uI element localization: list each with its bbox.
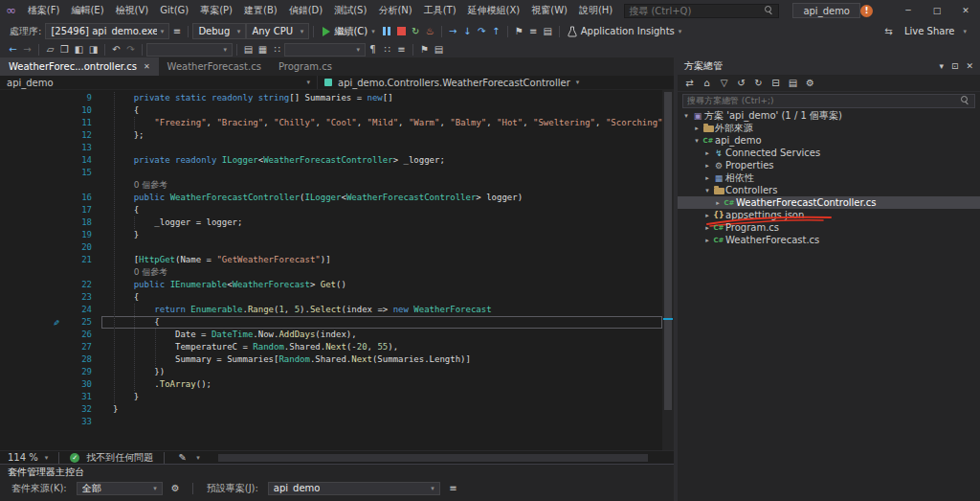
undo-icon[interactable]: ↶ xyxy=(109,42,123,57)
code-line[interactable]: 30 .ToArray(); xyxy=(0,378,662,391)
save-all-icon[interactable]: ◨ xyxy=(86,42,100,57)
quick-search-box[interactable] xyxy=(624,4,779,18)
solution-badge[interactable]: api_demo xyxy=(792,3,860,18)
chevron-right-icon[interactable]: ▸ xyxy=(692,125,702,132)
chevron-right-icon[interactable]: ▸ xyxy=(702,237,712,244)
solution-search-box[interactable] xyxy=(682,94,975,108)
menu-item[interactable]: 檔案(F) xyxy=(22,0,66,21)
home-icon[interactable]: ⌂ xyxy=(700,76,714,90)
chevron-right-icon[interactable]: ▸ xyxy=(702,174,712,182)
tree-item[interactable]: ▸C#WeatherForecastController.cs xyxy=(678,196,980,209)
show-next-statement-icon[interactable]: → xyxy=(446,24,460,38)
navigate-forward-icon[interactable]: → xyxy=(20,42,34,57)
minimize-button[interactable]: ─ xyxy=(894,0,923,21)
close-button[interactable]: ✕ xyxy=(951,0,980,21)
code-line[interactable]: 32} xyxy=(0,403,662,416)
filter-icon[interactable]: ▽ xyxy=(717,76,731,90)
toggle-bookmark-icon[interactable]: ⚑ xyxy=(417,42,432,57)
menu-item[interactable]: 分析(N) xyxy=(372,0,417,21)
tree-item[interactable]: ▸C#Program.cs xyxy=(678,221,980,234)
menu-item[interactable]: Git(G) xyxy=(154,0,194,21)
call-stack-icon[interactable]: ≡ xyxy=(526,24,541,38)
menu-item[interactable]: 編輯(E) xyxy=(65,0,109,21)
code-line[interactable]: 14 private readonly ILogger<WeatherForec… xyxy=(0,154,662,167)
navbar-project-combo[interactable]: api_demo ▾ xyxy=(0,76,318,89)
menu-item[interactable]: 專案(P) xyxy=(194,0,238,21)
code-line[interactable]: 17 { xyxy=(0,204,662,216)
codelens-row[interactable]: 0 個參考 xyxy=(0,266,662,279)
menu-item[interactable]: 測試(S) xyxy=(328,0,372,21)
code-line[interactable]: 22 public IEnumerable<WeatherForecast> G… xyxy=(0,279,662,291)
line-numbers-icon[interactable]: ≡ xyxy=(394,42,409,57)
sync-with-active-document-icon[interactable]: ↺ xyxy=(734,76,748,90)
find-in-files-icon[interactable]: ▤ xyxy=(241,42,256,57)
chevron-down-icon[interactable]: ▾ xyxy=(702,187,712,194)
window-position-icon[interactable]: ▾ xyxy=(939,61,944,71)
document-tab[interactable]: WeatherForec...ontroller.cs✕ xyxy=(0,57,159,76)
code-line[interactable]: 15 xyxy=(0,167,662,179)
menu-item[interactable]: 偵錯(D) xyxy=(283,0,329,21)
new-item-icon[interactable]: ▱ xyxy=(43,42,57,57)
toolbar-combo[interactable]: ▾ xyxy=(146,43,233,57)
chevron-down-icon[interactable]: ▾ xyxy=(681,112,691,120)
live-share-icon[interactable]: ⇆ xyxy=(881,24,896,38)
save-icon[interactable]: ◧ xyxy=(72,42,86,57)
app-insights-label[interactable]: Application Insights xyxy=(581,26,675,36)
tree-item[interactable]: ▸{}appsettings.json xyxy=(678,209,980,221)
pin-icon[interactable]: ⊡ xyxy=(951,61,959,71)
code-line[interactable]: 9 private static readonly string[] Summa… xyxy=(0,92,662,104)
tree-item[interactable]: ▸▦相依性 xyxy=(678,171,980,184)
document-tab[interactable]: WeatherForecast.cs xyxy=(159,57,270,76)
code-line[interactable]: 13 xyxy=(0,142,662,154)
toolbar-combo-secondary[interactable]: ▾ xyxy=(284,43,366,57)
live-share-label[interactable]: Live Share xyxy=(904,26,954,36)
hot-reload-icon[interactable]: ♨ xyxy=(423,24,437,38)
break-all-icon[interactable] xyxy=(380,24,394,38)
menu-item[interactable]: 說明(H) xyxy=(573,0,618,21)
package-source-settings-icon[interactable]: ⚙ xyxy=(168,481,183,495)
chevron-right-icon[interactable]: ▸ xyxy=(702,149,712,157)
codelens-references[interactable]: 0 個參考 xyxy=(134,267,168,277)
step-into-icon[interactable]: ↓ xyxy=(460,24,475,38)
menu-item[interactable]: 檢視(V) xyxy=(110,0,155,21)
editor-vertical-scrollbar[interactable] xyxy=(662,90,674,450)
tree-item[interactable]: ▸C#WeatherForecast.cs xyxy=(678,234,980,246)
code-line[interactable]: 21 [HttpGet(Name = "GetWeatherForecast")… xyxy=(0,254,662,266)
code-line[interactable]: 28 Summary = Summaries[Random.Shared.Nex… xyxy=(0,353,662,366)
tree-item[interactable]: ▸⚙Properties xyxy=(678,159,980,171)
close-icon[interactable]: ✕ xyxy=(144,62,150,71)
code-line[interactable]: 26 Date = DateTime.Now.AddDays(index), xyxy=(0,329,662,341)
tree-item[interactable]: ▸外部來源 xyxy=(678,122,980,134)
platform-combo[interactable]: Any CPU ▾ xyxy=(246,23,309,39)
collapse-all-icon[interactable]: ⊟ xyxy=(768,76,783,90)
process-combo[interactable]: [25496] api_demo.exe ▾ xyxy=(45,23,169,39)
chevron-right-icon[interactable]: ▸ xyxy=(702,224,712,232)
breakpoints-window-icon[interactable]: ▤ xyxy=(541,24,555,38)
code-line[interactable]: 25✎ { xyxy=(0,316,662,329)
clear-console-icon[interactable]: ≡ xyxy=(446,481,460,495)
restart-icon[interactable]: ↻ xyxy=(409,24,423,38)
code-line[interactable]: 31 } xyxy=(0,391,662,403)
tree-item[interactable]: ▾C#api_demo xyxy=(678,134,980,147)
chevron-down-icon[interactable]: ▾ xyxy=(679,28,682,35)
menu-item[interactable]: 延伸模組(X) xyxy=(462,0,526,21)
open-file-icon[interactable]: ❒ xyxy=(57,42,72,57)
lifecycle-events-icon[interactable]: ≡ xyxy=(169,24,184,38)
bookmark-window-icon[interactable]: ▤ xyxy=(432,42,446,57)
document-tab[interactable]: Program.cs xyxy=(270,57,341,76)
comment-icon[interactable]: ▦ xyxy=(256,42,270,57)
code-line[interactable]: 18 _logger = logger; xyxy=(0,216,662,229)
step-over-icon[interactable]: ↷ xyxy=(475,24,489,38)
navbar-type-combo[interactable]: api_demo.Controllers.WeatherForecastCont… xyxy=(318,76,586,89)
package-source-combo[interactable]: 全部 ▾ xyxy=(77,482,163,495)
menu-item[interactable]: 視窗(W) xyxy=(525,0,573,21)
step-out-icon[interactable]: ↑ xyxy=(489,24,503,38)
navigate-back-icon[interactable]: ← xyxy=(6,42,20,57)
bookmark-icon[interactable]: ⚑ xyxy=(512,24,526,38)
tree-item[interactable]: ▸↯Connected Services xyxy=(678,147,980,159)
code-line[interactable]: 11 "Freezing", "Bracing", "Chilly", "Coo… xyxy=(0,117,662,129)
close-panel-icon[interactable]: ✕ xyxy=(966,61,973,71)
notification-icon[interactable]: ! xyxy=(860,5,873,17)
redo-icon[interactable]: ↷ xyxy=(123,42,138,57)
quick-search-input[interactable] xyxy=(629,6,765,16)
